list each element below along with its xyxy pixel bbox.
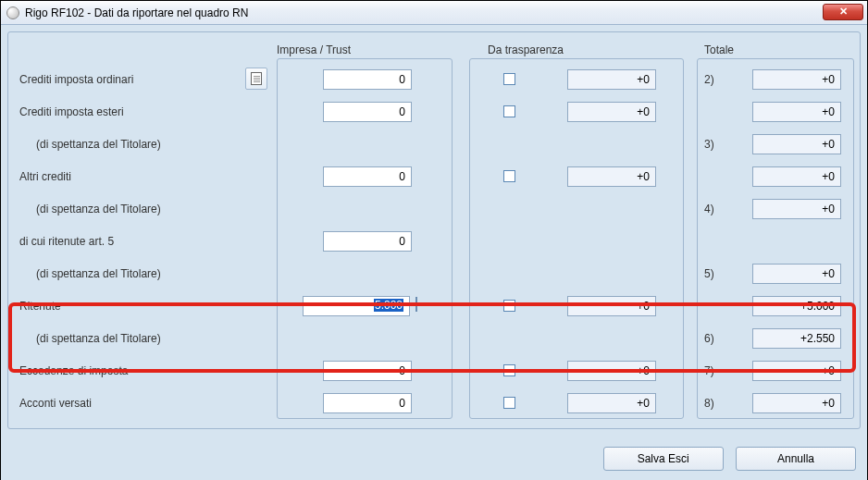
label-ritenute-art5: di cui ritenute art. 5 [19,235,114,248]
input-ritenute-art5-impresa[interactable] [323,231,412,252]
input-crediti-esteri-sp-tot [752,134,841,154]
label-ritenute-art5-spettanza: (di spettanza del Titolare) [36,267,161,280]
dialog-window: Rigo RF102 - Dati da riportare nel quadr… [0,0,868,480]
input-ritenute-sp-tot [752,328,841,349]
app-icon [6,6,19,19]
input-eccedenze-impresa[interactable] [323,361,412,381]
main-panel: Impresa / Trust Da trasparenza Totale Cr… [7,31,861,429]
label-eccedenze: Eccedenze di imposta [19,364,128,377]
input-ritenute-art5-sp-tot [752,264,841,284]
totlabel-4: 4) [704,203,714,215]
input-eccedenze-trasp[interactable] [567,361,656,381]
close-button[interactable]: ✕ [823,4,863,20]
totlabel-2: 2) [704,73,714,86]
check-altri-crediti-trasp[interactable] [503,170,515,182]
check-acconti-trasp[interactable] [503,397,515,409]
totlabel-5: 5) [704,267,714,280]
titlebar: Rigo RF102 - Dati da riportare nel quadr… [1,1,867,25]
input-crediti-ordinari-trasp[interactable] [567,69,656,90]
label-altri-crediti: Altri crediti [19,170,71,183]
input-eccedenze-tot [752,361,841,381]
window-title: Rigo RF102 - Dati da riportare nel quadr… [25,6,248,19]
header-impresa: Impresa / Trust [277,43,351,56]
label-crediti-esteri: Crediti imposta esteri [19,105,124,118]
save-exit-button[interactable]: Salva Esci [603,447,724,471]
label-altri-crediti-spettanza: (di spettanza del Titolare) [36,203,161,215]
input-crediti-ordinari-tot [752,69,841,90]
totlabel-8: 8) [704,397,714,410]
check-crediti-ordinari-trasp[interactable] [503,73,515,85]
input-ritenute-impresa[interactable]: 5.000 [303,296,410,316]
input-ritenute-trasp[interactable] [567,296,656,316]
header-trasparenza: Da trasparenza [488,43,564,56]
cancel-button[interactable]: Annulla [736,447,856,471]
input-ritenute-tot [752,296,841,316]
input-acconti-trasp[interactable] [567,393,656,413]
content-area: Impresa / Trust Da trasparenza Totale Cr… [1,25,867,480]
footer-buttons: Salva Esci Annulla [594,447,856,471]
label-crediti-esteri-spettanza: (di spettanza del Titolare) [36,138,161,151]
totlabel-3: 3) [704,138,714,151]
input-altri-crediti-impresa[interactable] [323,166,412,187]
check-crediti-esteri-trasp[interactable] [503,105,515,117]
label-ritenute: Ritenute [19,300,61,313]
document-icon [251,72,262,85]
input-crediti-esteri-tot [752,102,841,122]
check-eccedenze-trasp[interactable] [503,364,515,376]
header-totale: Totale [704,43,734,56]
totlabel-6: 6) [704,332,714,345]
input-altri-crediti-tot [752,166,841,187]
label-ritenute-spettanza: (di spettanza del Titolare) [36,332,161,345]
input-acconti-tot [752,393,841,413]
input-acconti-impresa[interactable] [323,393,412,413]
totlabel-7: 7) [704,364,714,377]
input-crediti-ordinari-impresa[interactable] [323,69,412,90]
input-altri-crediti-trasp[interactable] [567,166,656,187]
calculator-icon[interactable] [415,298,417,311]
document-button[interactable] [245,68,267,90]
label-acconti: Acconti versati [19,397,92,410]
input-altri-crediti-sp-tot [752,199,841,219]
label-crediti-ordinari: Crediti imposta ordinari [19,73,133,86]
input-crediti-esteri-trasp[interactable] [567,102,656,122]
check-ritenute-trasp[interactable] [503,300,515,312]
input-crediti-esteri-impresa[interactable] [323,102,412,122]
